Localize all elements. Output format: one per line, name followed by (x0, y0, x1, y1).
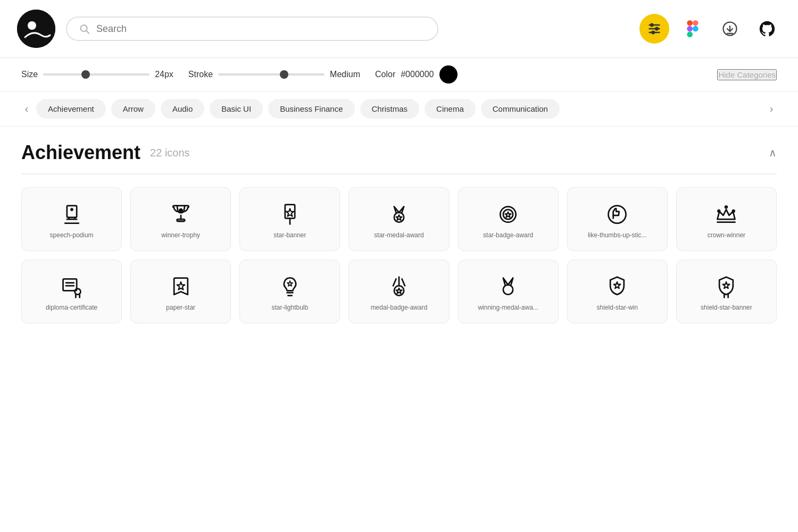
category-pill-basic-ui[interactable]: Basic UI (210, 99, 263, 119)
header (0, 0, 798, 58)
category-pill-achievement[interactable]: Achievement (36, 99, 106, 119)
icon-label: winner-trophy (161, 231, 200, 239)
icon-label: shield-star-win (597, 304, 638, 311)
size-slider[interactable] (43, 73, 149, 76)
download-button[interactable] (716, 15, 744, 43)
icon-grid-row1: speech-podiumwinner-trophystar-bannersta… (21, 187, 777, 251)
svg-marker-50 (723, 282, 730, 288)
section-count: 22 icons (150, 147, 190, 159)
size-label: Size (21, 70, 38, 79)
github-button[interactable] (753, 15, 781, 43)
section-header: Achievement 22 icons ∧ (21, 142, 777, 174)
svg-point-8 (655, 28, 658, 30)
icon-label: star-medal-award (374, 231, 423, 239)
controls-bar: Size 24px Stroke Medium Color #000000 Hi… (0, 58, 798, 92)
size-value: 24px (155, 70, 173, 79)
icon-label: crown-winner (708, 231, 745, 239)
svg-marker-49 (614, 282, 621, 288)
stroke-control: Stroke Medium (188, 70, 360, 79)
size-control: Size 24px (21, 70, 173, 79)
tune-button[interactable] (639, 14, 669, 44)
main-content: Achievement 22 icons ∧ speech-podiumwinn… (0, 127, 798, 347)
figma-button[interactable] (679, 15, 706, 43)
category-pill-arrow[interactable]: Arrow (111, 99, 155, 119)
stroke-label: Stroke (188, 70, 213, 79)
svg-point-31 (609, 206, 626, 223)
icon-card-winning-medal-awa...[interactable]: winning-medal-awa... (458, 260, 559, 323)
icon-label: star-banner (273, 231, 306, 239)
icon-label: medal-badge-award (371, 304, 428, 311)
svg-rect-37 (63, 279, 77, 290)
icon-label: shield-star-banner (701, 304, 752, 311)
icon-card-star-medal-award[interactable]: star-medal-award (348, 187, 449, 251)
svg-marker-43 (177, 282, 185, 290)
icon-card-medal-badge-award[interactable]: medal-badge-award (348, 260, 449, 323)
svg-rect-18 (66, 206, 76, 218)
svg-marker-27 (396, 215, 402, 220)
svg-point-29 (503, 210, 513, 219)
svg-point-14 (693, 26, 699, 32)
svg-point-45 (394, 286, 404, 295)
icon-label: winning-medal-awa... (478, 304, 538, 311)
header-icons (639, 14, 781, 44)
icon-card-speech-podium[interactable]: speech-podium (21, 187, 122, 251)
category-next-button[interactable]: › (762, 99, 781, 119)
category-pill-audio[interactable]: Audio (161, 99, 204, 119)
svg-point-26 (394, 212, 404, 222)
svg-marker-30 (505, 212, 511, 217)
icon-card-shield-star-win[interactable]: shield-star-win (567, 260, 668, 323)
category-pills: AchievementArrowAudioBasic UIBusiness Fi… (36, 99, 762, 119)
icon-card-winner-trophy[interactable]: winner-trophy (130, 187, 231, 251)
svg-point-40 (74, 289, 80, 295)
icon-label: speech-podium (50, 231, 94, 239)
svg-marker-44 (287, 281, 293, 286)
color-control: Color #000000 (375, 65, 458, 84)
svg-point-9 (652, 31, 654, 34)
color-swatch[interactable] (439, 65, 458, 84)
search-bar[interactable] (66, 16, 438, 41)
svg-marker-24 (286, 209, 294, 217)
svg-rect-12 (687, 26, 693, 32)
svg-rect-13 (687, 31, 693, 37)
svg-rect-11 (693, 20, 699, 26)
svg-point-35 (726, 206, 728, 208)
icon-label: paper-star (166, 304, 195, 311)
logo[interactable] (17, 10, 55, 48)
icon-label: like-thumbs-up-stic... (588, 231, 647, 239)
color-hex: #000000 (401, 70, 434, 79)
icon-grid-row2: diploma-certificatepaper-starstar-lightb… (21, 260, 777, 323)
icon-card-paper-star[interactable]: paper-star (130, 260, 231, 323)
category-pill-business-finance[interactable]: Business Finance (268, 99, 354, 119)
icon-card-diploma-certificate[interactable]: diploma-certificate (21, 260, 122, 323)
search-icon (79, 23, 90, 35)
svg-rect-10 (687, 20, 693, 26)
svg-line-3 (86, 31, 89, 34)
svg-point-7 (651, 24, 653, 27)
icon-card-like-thumbs-up-stic...[interactable]: like-thumbs-up-stic... (567, 187, 668, 251)
icon-label: star-lightbulb (272, 304, 309, 311)
icon-label: diploma-certificate (46, 304, 97, 311)
svg-point-48 (503, 285, 513, 294)
section-title: Achievement (21, 142, 140, 164)
icon-card-star-banner[interactable]: star-banner (239, 187, 340, 251)
color-label: Color (375, 70, 395, 79)
svg-point-0 (17, 10, 55, 48)
search-input[interactable] (96, 23, 426, 35)
icon-card-crown-winner[interactable]: crown-winner (676, 187, 777, 251)
collapse-button[interactable]: ∧ (769, 146, 777, 159)
icon-card-star-lightbulb[interactable]: star-lightbulb (239, 260, 340, 323)
svg-marker-47 (396, 288, 402, 294)
icon-card-shield-star-banner[interactable]: shield-star-banner (676, 260, 777, 323)
icon-card-star-badge-award[interactable]: star-badge-award (458, 187, 559, 251)
stroke-slider[interactable] (218, 73, 325, 76)
icon-label: star-badge-award (483, 231, 533, 239)
svg-point-22 (179, 209, 182, 212)
category-pill-christmas[interactable]: Christmas (360, 99, 420, 119)
category-prev-button[interactable]: ‹ (17, 99, 36, 119)
stroke-value: Medium (330, 70, 360, 79)
category-bar: ‹ AchievementArrowAudioBasic UIBusiness … (0, 92, 798, 127)
category-pill-communication[interactable]: Communication (481, 99, 560, 119)
svg-point-1 (28, 21, 36, 30)
category-pill-cinema[interactable]: Cinema (425, 99, 476, 119)
hide-categories-button[interactable]: Hide Categories (717, 69, 777, 80)
